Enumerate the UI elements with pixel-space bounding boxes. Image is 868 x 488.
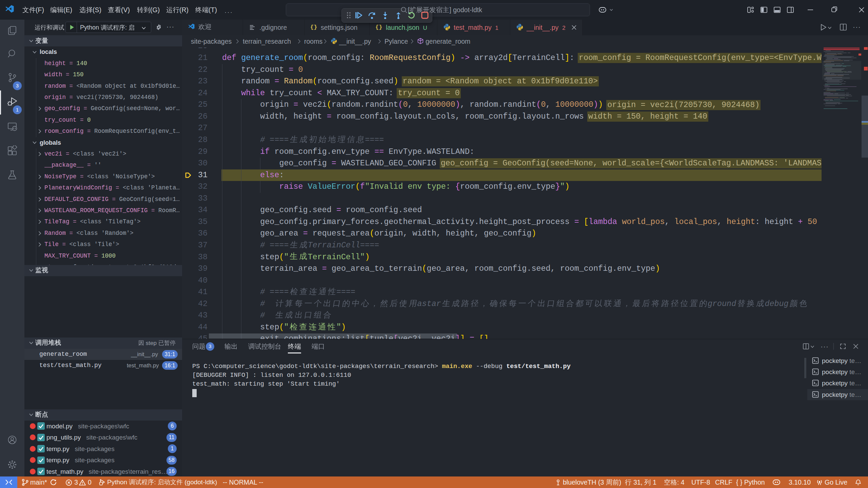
svg-text:{}: {} — [310, 24, 317, 30]
svg-text:{}: {} — [375, 24, 382, 30]
